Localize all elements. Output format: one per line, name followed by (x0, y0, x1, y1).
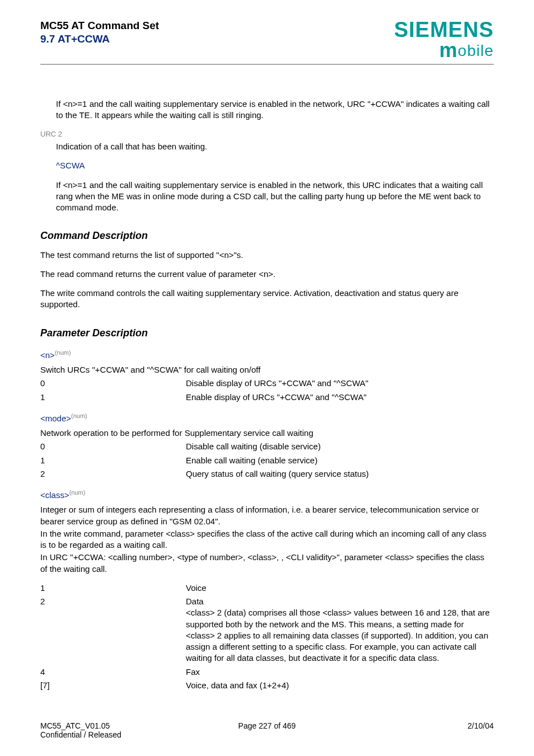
param-mode-row1-key: 1 (40, 455, 186, 466)
cmd-desc-p3: The write command controls the call wait… (40, 288, 494, 311)
param-mode-row0-val: Disable call waiting (disable service) (186, 441, 494, 452)
param-class-row2-val: Fax (186, 666, 494, 678)
param-n-row1-key: 1 (40, 392, 186, 403)
param-class-name: <class> (40, 490, 69, 501)
brand-mobile: mobile (394, 40, 494, 60)
param-class-row0-val: Voice (186, 583, 494, 594)
footer-center: Page 227 of 469 (40, 721, 494, 730)
param-n-name: <n> (40, 350, 55, 361)
param-mode-row2-key: 2 (40, 468, 186, 480)
intro-paragraph: If <n>=1 and the call waiting supplement… (56, 98, 494, 121)
urc2-label: URC 2 (40, 129, 494, 139)
param-mode-name: <mode> (40, 413, 71, 424)
param-n-row0-key: 0 (40, 378, 186, 389)
brand-siemens: SIEMENS (394, 19, 494, 40)
param-class-row3-val: Voice, data and fax (1+2+4) (186, 680, 494, 691)
urc2-line: Indication of a call that has been waiti… (56, 141, 494, 152)
doc-subtitle: 9.7 AT+CCWA (40, 32, 159, 46)
page-footer: MC55_ATC_V01.05 Confidential / Released … (40, 721, 494, 739)
param-mode-intro: Network operation to be performed for Su… (40, 428, 494, 439)
param-class-head: <class>(num) (40, 490, 494, 501)
param-class-sup: (num) (69, 489, 86, 497)
brand-mobile-rest: obile (458, 42, 494, 59)
param-mode-sup: (num) (71, 412, 87, 420)
param-class-p3: In URC "+CCWA: <calling number>, <type o… (40, 552, 494, 575)
param-class-p2: In the write command, parameter <class> … (40, 528, 494, 551)
urc2-paragraph: If <n>=1 and the call waiting supplement… (56, 180, 494, 214)
param-n-intro: Switch URCs "+CCWA" and "^SCWA" for call… (40, 364, 494, 375)
header-left: MC55 AT Command Set 9.7 AT+CCWA (40, 19, 159, 46)
page-header: MC55 AT Command Set 9.7 AT+CCWA SIEMENS … (40, 19, 494, 65)
param-class-row3-key: [7] (40, 680, 186, 691)
param-mode-row1-val: Enable call waiting (enable service) (186, 455, 494, 466)
cmd-desc-p2: The read command returns the current val… (40, 269, 494, 280)
doc-title: MC55 AT Command Set (40, 19, 159, 32)
cmd-desc-p1: The test command returns the list of sup… (40, 250, 494, 261)
param-n-head: <n>(num) (40, 350, 494, 361)
param-n-row1-val: Enable display of URCs "+CCWA" and "^SCW… (186, 392, 494, 403)
param-mode-head: <mode>(num) (40, 413, 494, 424)
brand-block: SIEMENS mobile (394, 19, 494, 60)
parameter-description-heading: Parameter Description (40, 326, 494, 340)
param-class-p1: Integer or sum of integers each represen… (40, 504, 494, 527)
footer-left2: Confidential / Released (40, 730, 121, 739)
command-description-heading: Command Description (40, 229, 494, 242)
param-class-row2-key: 4 (40, 666, 186, 678)
param-mode-row0-key: 0 (40, 441, 186, 452)
brand-mobile-m: m (439, 39, 458, 62)
param-n-sup: (num) (55, 349, 71, 357)
param-class-row1-key: 2 (40, 596, 186, 664)
urc2-format: ^SCWA (56, 160, 494, 171)
param-class-row0-key: 1 (40, 583, 186, 594)
param-mode-row2-val: Query status of call waiting (query serv… (186, 468, 494, 480)
param-n-row0-val: Disable display of URCs "+CCWA" and "^SC… (186, 378, 494, 389)
param-class-row1-val: Data <class> 2 (data) comprises all thos… (186, 596, 494, 664)
